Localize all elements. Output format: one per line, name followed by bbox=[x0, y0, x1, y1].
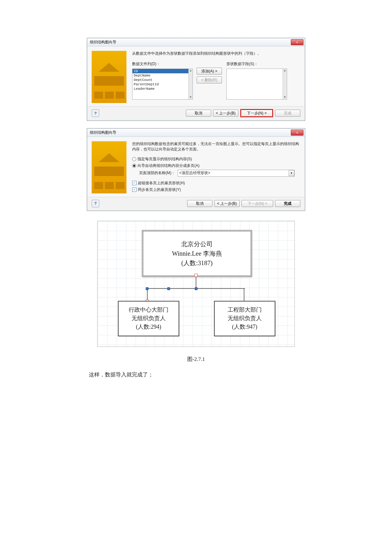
cancel-button[interactable]: 取消 bbox=[186, 110, 211, 117]
chevron-down-icon[interactable]: ▼ bbox=[289, 170, 294, 176]
list-item[interactable]: ID bbox=[132, 69, 193, 73]
node-line: (人数:3187) bbox=[181, 258, 213, 268]
checkbox-icon[interactable]: ✓ bbox=[132, 181, 137, 185]
node-line: 行政中心大部门 bbox=[129, 306, 168, 314]
checkbox-icon[interactable]: ✓ bbox=[132, 187, 137, 192]
top-name-value: <顶层总经理形状> bbox=[179, 170, 210, 176]
option-auto-label: 向导自动将组织结构内容分成多页(A) bbox=[138, 163, 199, 168]
back-button[interactable]: < 上一步(B) bbox=[213, 110, 238, 117]
help-button[interactable]: ? bbox=[92, 109, 99, 117]
shape-fields-listbox[interactable]: ▲ ▼ bbox=[226, 69, 287, 100]
list-item[interactable]: DeptName bbox=[132, 73, 193, 78]
list-item[interactable]: ParentDeptId bbox=[132, 82, 193, 87]
left-list-label: 数据文件列(D)： bbox=[132, 61, 192, 67]
figure-caption: 图-2.7.1 bbox=[187, 356, 205, 363]
finish-button[interactable]: 完成 bbox=[275, 200, 300, 207]
option-manual-label: 指定每页显示的组织结构内容(S) bbox=[138, 156, 192, 162]
checkbox-sync-label: 同步各页上的雇员形状(Y) bbox=[138, 187, 181, 192]
org-node-root[interactable]: 北京分公司 Winnie.Lee 李海燕 (人数:3187) bbox=[142, 230, 252, 277]
finish-button[interactable]: 完成 bbox=[275, 110, 300, 117]
connector-point[interactable] bbox=[195, 287, 198, 290]
dialog2-titlebar: 组织结构图向导 × bbox=[87, 129, 305, 137]
connector bbox=[147, 288, 148, 301]
node-line: 无组织负责人 bbox=[228, 314, 262, 323]
org-chart-canvas[interactable]: 北京分公司 Winnie.Lee 李海燕 (人数:3187) 行政中心大部门 无… bbox=[97, 221, 295, 347]
node-line: 无组织负责人 bbox=[132, 314, 166, 323]
connector-point[interactable] bbox=[167, 287, 170, 290]
connector-point[interactable] bbox=[146, 287, 149, 290]
dialog2-footer: ? 取消 < 上一步(B) 下一步(N) > 完成 bbox=[87, 197, 305, 210]
node-line: (人数:294) bbox=[136, 323, 161, 331]
list-item[interactable]: DeptCount bbox=[132, 78, 193, 82]
next-button[interactable]: 下一步(N) > bbox=[242, 200, 273, 207]
close-icon[interactable]: × bbox=[291, 39, 303, 45]
radio-icon[interactable] bbox=[132, 164, 136, 168]
scrollbar[interactable]: ▲ ▼ bbox=[188, 69, 193, 99]
close-icon[interactable]: × bbox=[291, 130, 303, 136]
wizard-dialog-1: 组织结构图向导 × 从数据文件中选择作为形状数据字段添加到组织结构图形状中的列（… bbox=[87, 38, 305, 121]
top-name-combo[interactable]: <顶层总经理形状> ▼ bbox=[178, 170, 295, 177]
body-text: 这样，数据导入就完成了； bbox=[86, 371, 306, 378]
dialog1-title: 组织结构图向导 bbox=[90, 40, 116, 45]
wizard-image bbox=[92, 141, 126, 193]
dialog1-footer: ? 取消 < 上一步(B) 下一步(N) > 完成 bbox=[87, 106, 305, 120]
cancel-button[interactable]: 取消 bbox=[187, 200, 212, 207]
checkbox-link[interactable]: ✓ 超链接各页上的雇员形状(H) bbox=[132, 180, 300, 186]
node-line: 工程部大部门 bbox=[228, 306, 262, 314]
wizard-image bbox=[92, 51, 126, 103]
back-button[interactable]: < 上一步(B) bbox=[214, 200, 240, 207]
right-list-label: 形状数据字段(S)： bbox=[226, 61, 286, 67]
node-line: (人数:947) bbox=[232, 323, 257, 331]
connector bbox=[244, 288, 244, 301]
option-manual[interactable]: 指定每页显示的组织结构内容(S) bbox=[132, 156, 300, 162]
chevron-up-icon[interactable]: ▲ bbox=[283, 69, 287, 73]
dialog2-title: 组织结构图向导 bbox=[90, 130, 116, 135]
remove-button[interactable]: < 删除(R) bbox=[197, 76, 222, 83]
top-name-label: 页面顶部的名称(M)： bbox=[139, 170, 175, 176]
checkbox-link-label: 超链接各页上的雇员形状(H) bbox=[138, 180, 185, 186]
columns-listbox[interactable]: ID DeptName DeptCount ParentDeptId Leade… bbox=[132, 69, 193, 100]
dialog1-instruction: 从数据文件中选择作为形状数据字段添加到组织结构图形状中的列（字段）。 bbox=[132, 51, 300, 56]
scrollbar[interactable]: ▲ ▼ bbox=[283, 69, 287, 99]
chevron-down-icon[interactable]: ▼ bbox=[283, 95, 287, 99]
next-button[interactable]: 下一步(N) > bbox=[241, 110, 273, 117]
radio-icon[interactable] bbox=[132, 157, 136, 161]
dialog2-instruction: 您的组织结构数据包含的雇员可能过多，无法在一页绘图上显示。您可以指定每页上显示的… bbox=[132, 141, 300, 152]
list-item[interactable]: LeaderName bbox=[132, 87, 193, 91]
add-button[interactable]: 添加(A) > bbox=[197, 68, 222, 75]
org-node-child[interactable]: 行政中心大部门 无组织负责人 (人数:294) bbox=[118, 301, 179, 336]
node-line: 北京分公司 bbox=[181, 239, 213, 249]
dialog1-titlebar: 组织结构图向导 × bbox=[87, 38, 305, 46]
option-auto[interactable]: 向导自动将组织结构内容分成多页(A) bbox=[132, 163, 300, 168]
selection-handle[interactable] bbox=[194, 274, 198, 277]
org-node-child[interactable]: 工程部大部门 无组织负责人 (人数:947) bbox=[214, 301, 275, 336]
help-button[interactable]: ? bbox=[92, 200, 99, 207]
node-line: Winnie.Lee 李海燕 bbox=[172, 249, 222, 258]
chevron-up-icon[interactable]: ▲ bbox=[189, 69, 193, 73]
next-button-highlight: 下一步(N) > bbox=[240, 109, 273, 117]
wizard-dialog-2: 组织结构图向导 × 您的组织结构数据包含的雇员可能过多，无法在一页绘图上显示。您… bbox=[87, 128, 305, 211]
checkbox-sync[interactable]: ✓ 同步各页上的雇员形状(Y) bbox=[132, 187, 300, 192]
chevron-down-icon[interactable]: ▼ bbox=[189, 95, 193, 99]
